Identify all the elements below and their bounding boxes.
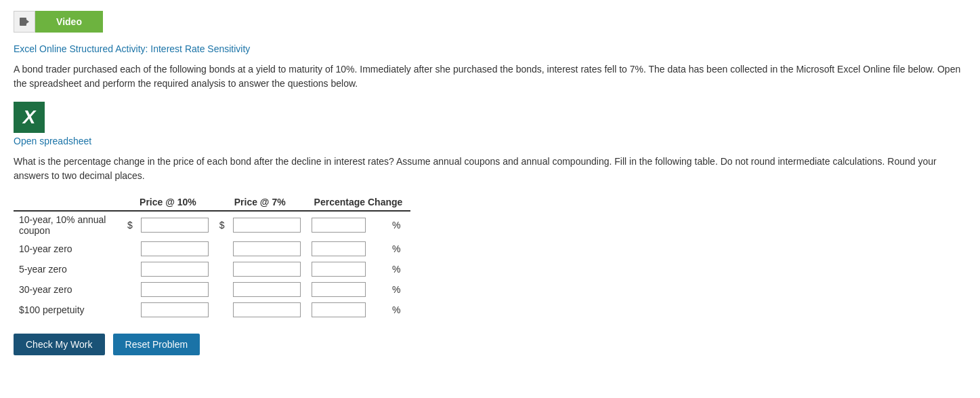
price10-cell-1 — [135, 211, 214, 239]
bond-name-5: $100 perpetuity — [14, 300, 122, 320]
pct-change-input-2[interactable] — [312, 241, 366, 256]
price7-input-2[interactable] — [233, 241, 301, 256]
pct-change-input-5[interactable] — [312, 302, 366, 317]
price10-cell-5 — [135, 300, 214, 320]
pct-change-cell-1 — [306, 211, 391, 239]
dollar-sign-4b — [214, 279, 228, 300]
col-header-price10: Price @ 10% — [122, 194, 214, 211]
price10-input-2[interactable] — [141, 241, 209, 256]
table-row: $100 perpetuity % — [14, 300, 410, 320]
pct-change-input-4[interactable] — [312, 282, 366, 297]
dollar-sign-3a — [122, 259, 135, 279]
video-icon — [14, 11, 35, 33]
dollar-sign-1a: $ — [122, 211, 135, 239]
video-button-row: Video — [14, 11, 966, 33]
col-header-price7: Price @ 7% — [214, 194, 306, 211]
bond-name-1: 10-year, 10% annualcoupon — [14, 211, 122, 239]
svg-marker-1 — [26, 20, 29, 24]
action-buttons: Check My Work Reset Problem — [14, 334, 966, 355]
price10-input-1[interactable] — [141, 218, 209, 233]
pct-symbol-2: % — [391, 239, 410, 259]
page-title: Excel Online Structured Activity: Intere… — [14, 43, 966, 54]
price10-input-4[interactable] — [141, 282, 209, 297]
video-button[interactable]: Video — [35, 11, 103, 33]
reset-problem-button[interactable]: Reset Problem — [113, 334, 200, 355]
dollar-sign-2a — [122, 239, 135, 259]
price7-input-1[interactable] — [233, 218, 301, 233]
price7-input-4[interactable] — [233, 282, 301, 297]
dollar-sign-5b — [214, 300, 228, 320]
table-row: 5-year zero % — [14, 259, 410, 279]
bond-table: Price @ 10% Price @ 7% Percentage Change… — [14, 194, 410, 320]
check-my-work-button[interactable]: Check My Work — [14, 334, 105, 355]
question-text: What is the percentage change in the pri… — [14, 155, 962, 183]
dollar-sign-1b: $ — [214, 211, 228, 239]
dollar-sign-5a — [122, 300, 135, 320]
price7-cell-3 — [228, 259, 306, 279]
bond-name-3: 5-year zero — [14, 259, 122, 279]
price7-cell-1 — [228, 211, 306, 239]
pct-change-input-1[interactable] — [312, 218, 366, 233]
bond-name-4: 30-year zero — [14, 279, 122, 300]
pct-symbol-3: % — [391, 259, 410, 279]
price7-cell-2 — [228, 239, 306, 259]
price10-input-5[interactable] — [141, 302, 209, 317]
price10-cell-2 — [135, 239, 214, 259]
price7-input-5[interactable] — [233, 302, 301, 317]
dollar-sign-2b — [214, 239, 228, 259]
pct-symbol-4: % — [391, 279, 410, 300]
col-header-bond — [14, 194, 122, 211]
table-row: 10-year, 10% annualcoupon $ $ % — [14, 211, 410, 239]
pct-symbol-1: % — [391, 211, 410, 239]
table-row: 10-year zero % — [14, 239, 410, 259]
price10-cell-3 — [135, 259, 214, 279]
pct-change-cell-5 — [306, 300, 391, 320]
svg-rect-0 — [20, 18, 26, 26]
pct-change-cell-2 — [306, 239, 391, 259]
pct-symbol-5: % — [391, 300, 410, 320]
excel-icon-area: X Open spreadsheet — [14, 102, 966, 146]
pct-change-cell-3 — [306, 259, 391, 279]
dollar-sign-3b — [214, 259, 228, 279]
col-header-pct-change: Percentage Change — [306, 194, 411, 211]
price10-cell-4 — [135, 279, 214, 300]
table-row: 30-year zero % — [14, 279, 410, 300]
pct-change-cell-4 — [306, 279, 391, 300]
excel-icon: X — [14, 102, 45, 133]
dollar-sign-4a — [122, 279, 135, 300]
price7-cell-4 — [228, 279, 306, 300]
description-text: A bond trader purchased each of the foll… — [14, 62, 962, 91]
price7-input-3[interactable] — [233, 262, 301, 277]
price10-input-3[interactable] — [141, 262, 209, 277]
open-spreadsheet-link[interactable]: Open spreadsheet — [14, 136, 91, 146]
pct-change-input-3[interactable] — [312, 262, 366, 277]
price7-cell-5 — [228, 300, 306, 320]
bond-name-2: 10-year zero — [14, 239, 122, 259]
